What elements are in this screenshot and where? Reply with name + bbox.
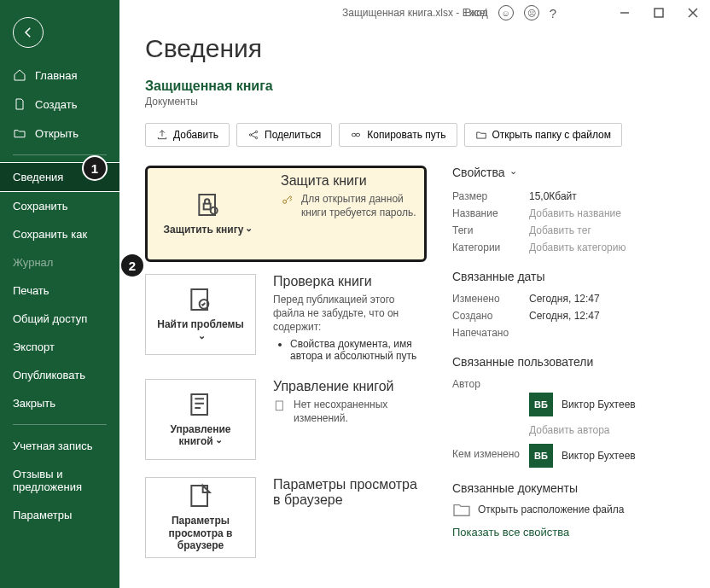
nav-home[interactable]: Главная — [0, 61, 119, 90]
nav-label: Экспорт — [13, 341, 55, 353]
columns: Защитить книгу Защита книги Для открытия… — [145, 166, 684, 575]
file-name: Защищенная книга — [145, 79, 684, 94]
inspect-workbook-section: Найти проблемы Проверка книги Перед публ… — [145, 274, 427, 362]
app-root: 1 2 Главная Создать Открыть Сведения Сох… — [0, 0, 710, 588]
browser-description: Параметры просмотра в браузере — [273, 477, 427, 511]
prop-tags[interactable]: ТегиДобавить тег — [452, 222, 684, 239]
nav-label: Опубликовать — [13, 369, 85, 381]
manage-description: Управление книгой Нет несохраненных изме… — [273, 379, 427, 425]
dates-header: Связанные даты — [452, 270, 684, 283]
nav-label: Печать — [13, 284, 49, 297]
nav-label: Учетная запись — [13, 440, 93, 452]
smile-icon[interactable]: ☺ — [498, 5, 514, 20]
copy-path-button[interactable]: Копировать путь — [339, 123, 457, 147]
add-author[interactable]: Добавить автора — [529, 422, 684, 439]
new-icon — [13, 97, 26, 111]
avatar: ВБ — [529, 444, 553, 468]
date-created: СозданоСегодня, 12:47 — [452, 307, 684, 324]
browser-icon — [187, 482, 214, 509]
users-header: Связанные пользователи — [452, 355, 684, 369]
nav-label: Журнал — [13, 256, 53, 269]
card-body: Нет несохраненных изменений. — [294, 398, 427, 425]
browser-view-card[interactable]: Параметры просмотра в браузере — [145, 477, 256, 558]
protect-description: Защита книги Для открытия данной книги т… — [281, 173, 419, 219]
nav-open[interactable]: Открыть — [0, 119, 119, 148]
share-button[interactable]: Поделиться — [236, 123, 332, 147]
annotation-badge-2: 2 — [119, 253, 145, 278]
nav-share[interactable]: Общий доступ — [0, 305, 119, 333]
inspect-bullet: Свойства документа, имя автора и абсолют… — [290, 338, 427, 362]
author-row[interactable]: ВБ Виктор Бухтеев — [529, 393, 684, 416]
right-column: Свойства Размер15,0Кбайт НазваниеДобавит… — [452, 166, 684, 575]
minimize-button[interactable] — [608, 0, 642, 26]
nav-options[interactable]: Параметры — [0, 501, 119, 529]
main-area: Защищенная книга.xlsx - Excel Вход ☺ ☹ ?… — [119, 0, 710, 588]
inspect-description: Проверка книги Перед публикацией этого ф… — [273, 274, 427, 362]
card-label: Параметры просмотра в браузере — [153, 515, 248, 551]
manage-workbook-section: Управление книгой Управление книгой Нет … — [145, 379, 427, 460]
avatar: ВБ — [529, 393, 553, 416]
svg-point-2 — [255, 131, 257, 132]
card-label: Найти проблемы — [153, 318, 248, 343]
home-icon — [13, 68, 26, 82]
svg-point-8 — [211, 207, 218, 214]
open-file-location[interactable]: Открыть расположение файла — [452, 502, 684, 517]
upload-button[interactable]: Добавить — [145, 123, 230, 147]
prop-categories[interactable]: КатегорииДобавить категорию — [452, 239, 684, 256]
nav-history: Журнал — [0, 248, 119, 277]
nav-label: Закрыть — [13, 397, 55, 410]
left-column: Защитить книгу Защита книги Для открытия… — [145, 166, 427, 575]
svg-point-4 — [352, 133, 357, 137]
nav-label: Сведения — [13, 171, 63, 183]
protect-workbook-section: Защитить книгу Защита книги Для открытия… — [145, 166, 427, 262]
frown-icon[interactable]: ☹ — [524, 5, 539, 20]
login-link[interactable]: Вход — [465, 7, 488, 19]
open-folder-button[interactable]: Открыть папку с файлом — [464, 123, 623, 147]
nav-export[interactable]: Экспорт — [0, 333, 119, 361]
card-label: Управление книгой — [153, 423, 248, 448]
properties-header[interactable]: Свойства — [452, 166, 684, 179]
nav-label: Параметры — [13, 509, 72, 521]
content-scroll: Сведения Защищенная книга Документы Доба… — [119, 26, 710, 588]
protect-workbook-card[interactable]: Защитить книгу — [153, 173, 264, 254]
titlebar: Защищенная книга.xlsx - Excel Вход ☺ ☹ ? — [119, 0, 710, 26]
svg-point-3 — [255, 137, 257, 138]
svg-rect-13 — [276, 401, 282, 410]
nav-label: Создать — [35, 98, 77, 111]
nav-print[interactable]: Печать — [0, 277, 119, 305]
nav-saveas[interactable]: Сохранить как — [0, 220, 119, 248]
nav-publish[interactable]: Опубликовать — [0, 361, 119, 389]
annotation-badge-1: 1 — [82, 155, 108, 181]
card-title: Защита книги — [281, 173, 419, 189]
nav-account[interactable]: Учетная запись — [0, 432, 119, 460]
manage-icon — [187, 391, 214, 418]
inspect-card[interactable]: Найти проблемы — [145, 274, 256, 355]
modifier-row: ВБ Виктор Бухтеев — [529, 444, 684, 468]
card-body: Перед публикацией этого файла не забудьт… — [273, 293, 427, 335]
nav-save[interactable]: Сохранить — [0, 192, 119, 220]
manage-card[interactable]: Управление книгой — [145, 379, 256, 460]
prop-name[interactable]: НазваниеДобавить название — [452, 205, 684, 222]
nav-label: Сохранить как — [13, 228, 87, 241]
inspect-icon — [187, 286, 214, 313]
nav-new[interactable]: Создать — [0, 90, 119, 119]
nav-feedback[interactable]: Отзывы и предложения — [0, 460, 119, 501]
window-controls — [608, 0, 710, 26]
card-body: Для открытия данной книги требуется паро… — [301, 192, 419, 219]
modifier-name: Виктор Бухтеев — [562, 450, 636, 462]
back-button[interactable] — [13, 17, 44, 48]
nav-divider — [13, 424, 107, 425]
user-area: Вход ☺ ☹ ? — [465, 5, 557, 20]
show-all-properties[interactable]: Показать все свойства — [452, 526, 684, 539]
nav-close[interactable]: Закрыть — [0, 389, 119, 417]
docs-header: Связанные документы — [452, 481, 684, 495]
maximize-button[interactable] — [642, 0, 676, 26]
nav-label: Отзывы и предложения — [13, 468, 107, 493]
date-modified: ИзмененоСегодня, 12:47 — [452, 290, 684, 307]
close-window-button[interactable] — [676, 0, 710, 26]
action-bar: Добавить Поделиться Копировать путь Откр… — [145, 123, 684, 147]
file-path: Документы — [145, 96, 684, 108]
svg-rect-0 — [655, 9, 663, 17]
nav-label: Главная — [35, 69, 77, 82]
help-icon[interactable]: ? — [550, 6, 556, 20]
